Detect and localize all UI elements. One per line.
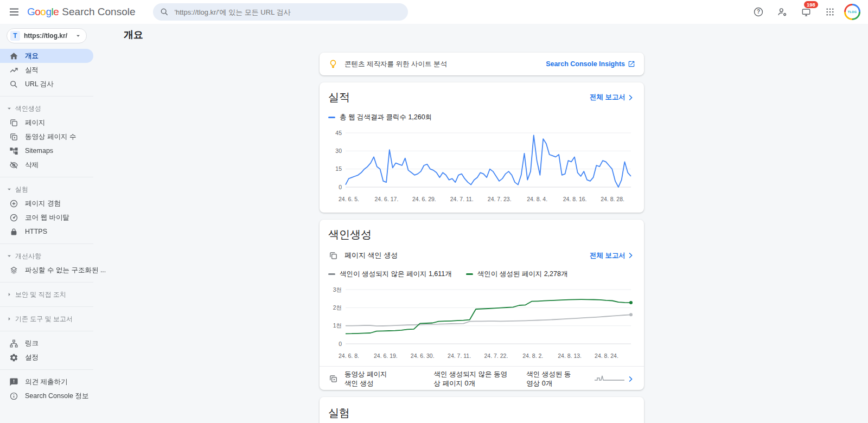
sidebar-item-core-web-vitals[interactable]: 코어 웹 바이탈 xyxy=(0,210,93,225)
performance-full-report-label: 전체 보고서 xyxy=(590,93,626,102)
svg-text:24. 6. 5.: 24. 6. 5. xyxy=(339,196,359,202)
performance-line-chart: 015304524. 6. 5.24. 6. 17.24. 6. 29.24. … xyxy=(328,126,635,206)
svg-text:24. 6. 30.: 24. 6. 30. xyxy=(411,352,435,359)
svg-text:15: 15 xyxy=(335,165,342,172)
sidebar-item-https[interactable]: HTTPS xyxy=(0,225,93,239)
sidebar-item-label: Sitemaps xyxy=(25,147,53,155)
svg-text:24. 8. 13.: 24. 8. 13. xyxy=(558,352,582,359)
search-icon xyxy=(9,79,18,89)
svg-text:24. 7. 23.: 24. 7. 23. xyxy=(488,196,512,202)
caret-right-icon xyxy=(5,291,13,298)
svg-text:24. 8. 16.: 24. 8. 16. xyxy=(563,196,587,202)
sidebar-item-label: 파싱할 수 없는 구조화된 ... xyxy=(25,266,106,275)
indexing-subtitle: 페이지 색인 생성 xyxy=(344,251,398,260)
page-title: 개요 xyxy=(124,28,143,41)
svg-text:24. 8. 2.: 24. 8. 2. xyxy=(522,352,543,359)
sidebar-divider xyxy=(0,177,93,177)
sidebar-item-unparsable-structured-data[interactable]: 파싱할 수 없는 구조화된 ... xyxy=(0,263,93,277)
sidebar-item-page-experience[interactable]: 페이지 경험 xyxy=(0,196,93,210)
sidebar-item-feedback[interactable]: 의견 제출하기 xyxy=(0,375,93,389)
app-title: Search Console xyxy=(62,6,135,18)
sidebar-item-pages[interactable]: 페이지 xyxy=(0,116,93,130)
legend-not-indexed-label: 색인이 생성되지 않은 페이지 1,611개 xyxy=(340,270,452,279)
sidebar-divider xyxy=(0,306,93,307)
manage-users-icon[interactable] xyxy=(773,2,792,22)
home-icon xyxy=(9,51,18,61)
search-input[interactable] xyxy=(175,8,401,16)
performance-card-title: 실적 xyxy=(328,90,350,105)
sidebar-item-label: 동영상 페이지 수 xyxy=(25,132,76,142)
apps-grid-icon[interactable] xyxy=(820,2,840,22)
sidebar-item-label: Search Console 정보 xyxy=(25,392,88,401)
sidebar-item-sitemaps[interactable]: Sitemaps xyxy=(0,144,93,158)
sidebar-item-links[interactable]: 링크 xyxy=(0,336,93,350)
sidebar-section-label: 기존 도구 및 보고서 xyxy=(15,315,73,324)
notification-badge: 198 xyxy=(804,1,818,8)
legend-dash-blue xyxy=(328,117,335,119)
sidebar-item-label: 의견 제출하기 xyxy=(25,377,67,387)
cards-column: 콘텐츠 제작자를 위한 사이트 분석 Search Console Insigh… xyxy=(320,53,644,423)
svg-text:24. 7. 22.: 24. 7. 22. xyxy=(484,352,508,359)
sidebar-item-removals[interactable]: 삭제 xyxy=(0,158,93,172)
sidebar-section-label: 색인생성 xyxy=(15,104,41,113)
indexing-card: 색인생성 페이지 색인 생성 전체 보고서 색인이 생성되지 않은 페이 xyxy=(320,220,644,390)
sidebar-divider xyxy=(0,282,93,283)
svg-text:3천: 3천 xyxy=(333,286,342,293)
sidebar-section-indexing[interactable]: 색인생성 xyxy=(0,101,108,116)
sidebar-section-experience[interactable]: 실험 xyxy=(0,182,108,196)
svg-text:?: ? xyxy=(757,9,760,15)
svg-text:24. 7. 11.: 24. 7. 11. xyxy=(450,196,474,202)
gear-icon xyxy=(9,352,18,362)
legend-indexed: 색인이 생성된 페이지 2,278개 xyxy=(466,270,568,279)
svg-text:24. 8. 28.: 24. 8. 28. xyxy=(601,196,624,202)
legend-indexed-label: 색인이 생성된 페이지 2,278개 xyxy=(477,270,568,279)
sidebar-item-performance[interactable]: 실적 xyxy=(0,63,93,77)
topbar-actions: ? 198 TLOG xyxy=(749,2,868,22)
pages-icon xyxy=(9,118,18,127)
video-not-indexed-stat: 색인 생성되지 않은 동영상 페이지 0개 xyxy=(434,370,513,388)
google-logo: Google xyxy=(27,6,59,18)
avatar[interactable]: TLOG xyxy=(844,4,860,20)
url-inspection-searchbox[interactable] xyxy=(153,3,408,21)
eye-off-icon xyxy=(9,160,18,170)
svg-text:1천: 1천 xyxy=(333,322,342,329)
sidebar-section-enhancements[interactable]: 개선사항 xyxy=(0,249,108,263)
sidebar-item-video-pages[interactable]: 동영상 페이지 수 xyxy=(0,130,93,144)
svg-text:2천: 2천 xyxy=(333,304,342,311)
schema-icon xyxy=(9,265,18,275)
top-app-bar: Google Search Console ? 198 TLOG xyxy=(0,0,868,24)
feedback-icon xyxy=(9,377,18,387)
sidebar-section-legacy-tools[interactable]: 기존 도구 및 보고서 xyxy=(0,312,108,326)
sidebar-divider xyxy=(0,369,93,370)
insights-link[interactable]: Search Console Insights xyxy=(546,60,635,68)
trending-up-icon xyxy=(9,65,18,75)
video-row-chevron-icon[interactable] xyxy=(626,374,635,384)
sidebar-divider xyxy=(0,243,93,244)
sidebar-item-settings[interactable]: 설정 xyxy=(0,350,93,364)
menu-icon[interactable] xyxy=(3,1,25,23)
sidebar-section-label: 실험 xyxy=(15,185,28,194)
sidebar-item-about[interactable]: Search Console 정보 xyxy=(0,389,93,403)
indexing-full-report-link[interactable]: 전체 보고서 xyxy=(590,251,635,260)
video-pages-icon xyxy=(9,132,18,142)
svg-text:24. 6. 8.: 24. 6. 8. xyxy=(339,352,359,359)
performance-full-report-link[interactable]: 전체 보고서 xyxy=(590,93,635,102)
sidebar-item-overview[interactable]: 개요 xyxy=(0,49,93,63)
svg-text:45: 45 xyxy=(335,130,342,136)
chevron-right-icon xyxy=(626,251,635,260)
caret-down-icon xyxy=(5,185,13,193)
sidebar-item-label: 개요 xyxy=(25,52,39,61)
experience-card-title: 실험 xyxy=(328,407,350,419)
video-row-label: 동영상 페이지 색인 생성 xyxy=(344,370,395,388)
whats-new-icon[interactable]: 198 xyxy=(796,2,816,22)
caret-right-icon xyxy=(5,315,13,323)
help-icon[interactable]: ? xyxy=(749,2,768,22)
performance-legend-item: 총 웹 검색결과 클릭수 1,260회 xyxy=(328,113,432,122)
sidebar-item-url-inspection[interactable]: URL 검사 xyxy=(0,77,93,91)
video-indexing-row[interactable]: 동영상 페이지 색인 생성 색인 생성되지 않은 동영상 페이지 0개 색인 생… xyxy=(320,366,644,391)
sidebar-divider xyxy=(0,331,93,331)
legend-dash-gray xyxy=(328,273,335,275)
sidebar-section-security-manual-actions[interactable]: 보안 및 직접 조치 xyxy=(0,287,108,302)
svg-text:24. 6. 19.: 24. 6. 19. xyxy=(374,352,398,359)
property-selector[interactable]: T https://tlog.kr/ xyxy=(7,28,87,43)
